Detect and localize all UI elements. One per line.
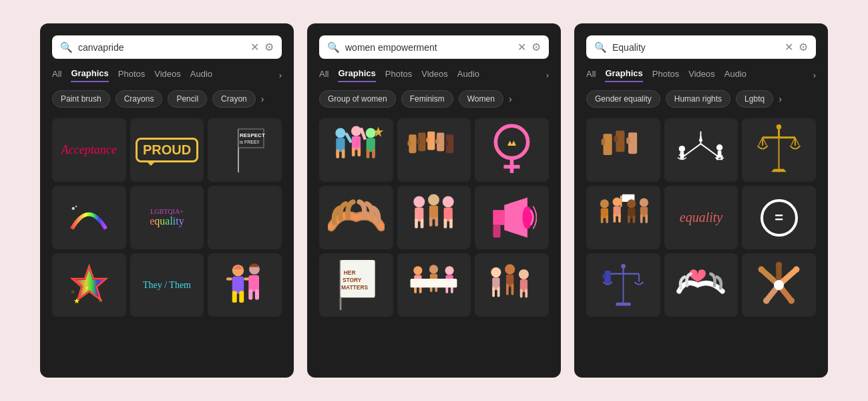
chip-crayons[interactable]: Crayons — [116, 90, 163, 108]
svg-rect-130 — [601, 216, 604, 223]
filter-icon-3[interactable]: ⚙ — [799, 41, 808, 53]
grid-cell-diverse-hands[interactable] — [742, 253, 816, 317]
tab-all-1[interactable]: All — [52, 69, 61, 82]
svg-rect-47 — [408, 141, 411, 146]
tab-photos-3[interactable]: Photos — [652, 69, 679, 82]
svg-rect-38 — [409, 134, 417, 140]
svg-point-64 — [443, 196, 454, 207]
svg-point-159 — [793, 266, 799, 272]
tab-audio-2[interactable]: Audio — [457, 69, 479, 82]
grid-cell-rainbow[interactable] — [52, 186, 126, 249]
grid-cell-lgbtq[interactable]: LGBTQIA+ equality — [130, 186, 204, 249]
content-grid-2: HER STORY MATTERS — [319, 118, 549, 317]
equality-text-1: equality — [150, 215, 184, 227]
tab-photos-2[interactable]: Photos — [385, 69, 412, 82]
tab-videos-1[interactable]: Videos — [154, 69, 181, 82]
grid-cell-theythem[interactable]: They / Them — [130, 253, 204, 317]
grid-cell-gender-balance[interactable] — [664, 118, 738, 182]
chip-group-women[interactable]: Group of women — [319, 90, 396, 108]
search-input-1[interactable] — [78, 42, 245, 53]
equal-circle: = — [761, 199, 798, 237]
search-icon-2: 🔍 — [327, 41, 340, 53]
equality-script-text: equality — [680, 210, 722, 225]
tabs-arrow-3[interactable]: › — [813, 70, 816, 80]
tabs-2: All Graphics Photos Videos Audio › — [319, 68, 549, 82]
chip-crayon[interactable]: Crayon — [212, 90, 256, 108]
tab-graphics-3[interactable]: Graphics — [605, 68, 642, 82]
chip-human-rights[interactable]: Human rights — [666, 90, 730, 108]
grid-cell-scales-blue[interactable] — [586, 253, 660, 317]
tab-all-2[interactable]: All — [319, 69, 329, 82]
grid-cell-equality-script[interactable]: equality — [664, 186, 738, 249]
search-bar-1[interactable]: 🔍 ✕ ⚙ — [52, 35, 282, 59]
grid-cell-acceptance[interactable]: Acceptance — [52, 118, 126, 182]
svg-rect-25 — [342, 150, 345, 158]
tab-videos-3[interactable]: Videos — [688, 69, 715, 82]
content-grid-3: equality = — [586, 118, 816, 317]
svg-rect-29 — [352, 148, 355, 156]
clear-icon-1[interactable]: ✕ — [250, 41, 259, 53]
filter-icon-1[interactable]: ⚙ — [264, 41, 274, 53]
tab-audio-1[interactable]: Audio — [190, 69, 212, 82]
svg-text:RESPECT: RESPECT — [240, 132, 265, 138]
svg-rect-14 — [232, 291, 236, 303]
chip-paintbrush[interactable]: Paint brush — [52, 90, 110, 108]
chips-arrow-3[interactable]: › — [779, 94, 782, 104]
svg-rect-48 — [417, 139, 421, 144]
tab-graphics-1[interactable]: Graphics — [71, 68, 108, 82]
grid-cell-fists[interactable] — [397, 118, 471, 182]
tab-photos-1[interactable]: Photos — [118, 69, 145, 82]
svg-rect-49 — [427, 138, 430, 142]
svg-rect-24 — [336, 150, 339, 158]
tab-graphics-2[interactable]: Graphics — [338, 68, 375, 82]
grid-cell-herstory[interactable]: HER STORY MATTERS — [319, 253, 393, 317]
chips-3: Gender equality Human rights Lgbtq › — [586, 90, 816, 108]
filter-icon-2[interactable]: ⚙ — [531, 41, 541, 53]
search-input-3[interactable] — [612, 42, 779, 53]
clear-icon-3[interactable]: ✕ — [785, 41, 793, 53]
grid-cell-hands-together[interactable] — [319, 186, 393, 249]
svg-rect-69 — [493, 225, 501, 238]
svg-text:MATTERS: MATTERS — [341, 284, 368, 291]
grid-cell-women-banner[interactable] — [397, 253, 471, 317]
search-bar-2[interactable]: 🔍 ✕ ⚙ — [319, 35, 549, 59]
clear-icon-2[interactable]: ✕ — [517, 41, 526, 53]
grid-cell-women-sitting[interactable] — [475, 253, 549, 317]
grid-cell-people1[interactable] — [208, 253, 282, 317]
grid-cell-women-group[interactable] — [397, 186, 471, 249]
chips-arrow-1[interactable]: › — [261, 94, 264, 104]
search-bar-3[interactable]: 🔍 ✕ ⚙ — [586, 35, 816, 59]
grid-cell-women-marching[interactable] — [319, 118, 393, 182]
grid-cell-respect[interactable]: RESPECT is FREE!! — [208, 118, 282, 182]
svg-rect-116 — [716, 155, 718, 160]
svg-point-157 — [758, 266, 765, 272]
svg-text:☆: ☆ — [98, 297, 103, 303]
grid-cell-star[interactable]: ★ ★ ☆ ☆ — [52, 253, 126, 317]
chips-arrow-2[interactable]: › — [509, 94, 512, 104]
grid-cell-equal-sign-circle[interactable]: = — [742, 186, 816, 249]
grid-cell-megaphone[interactable] — [475, 186, 549, 249]
svg-rect-102 — [602, 139, 606, 145]
chip-gender-equality[interactable]: Gender equality — [586, 90, 660, 108]
svg-marker-55 — [507, 141, 516, 146]
tab-audio-3[interactable]: Audio — [724, 69, 746, 82]
grid-cell-handshake-heart[interactable] — [664, 253, 738, 317]
tab-all-3[interactable]: All — [586, 69, 596, 82]
grid-cell-scales-gold[interactable] — [742, 118, 816, 182]
svg-point-114 — [716, 144, 722, 150]
svg-rect-94 — [506, 284, 509, 295]
tab-videos-2[interactable]: Videos — [421, 69, 448, 82]
grid-cell-female-symbol[interactable] — [475, 118, 549, 182]
chip-women[interactable]: Women — [459, 90, 503, 108]
tabs-arrow-1[interactable]: › — [279, 70, 282, 80]
grid-cell-protest-group[interactable] — [586, 186, 660, 249]
tabs-arrow-2[interactable]: › — [546, 70, 549, 80]
chip-feminism[interactable]: Feminism — [401, 90, 453, 108]
chip-pencil[interactable]: Pencil — [168, 90, 207, 108]
grid-cell-raised-fists[interactable] — [586, 118, 660, 182]
svg-point-142 — [640, 198, 648, 207]
svg-point-56 — [414, 196, 425, 207]
grid-cell-proud[interactable]: PROUD — [130, 118, 204, 182]
chip-lgbtq[interactable]: Lgbtq — [736, 90, 773, 108]
search-input-2[interactable] — [345, 42, 512, 53]
